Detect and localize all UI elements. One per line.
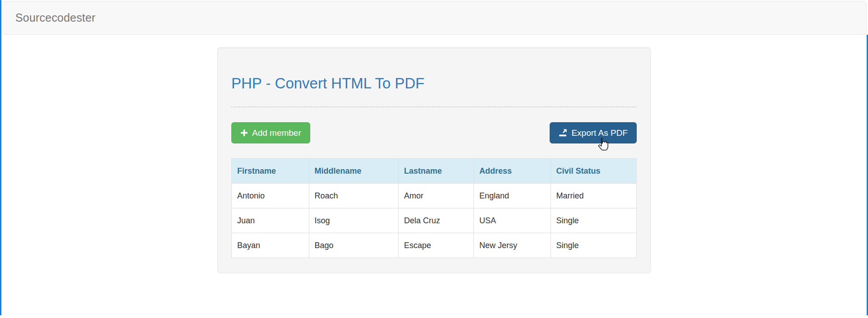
table-row: Juan Isog Dela Cruz USA Single bbox=[232, 208, 637, 233]
cell-firstname: Bayan bbox=[232, 233, 309, 258]
toolbar: Add member Export As PDF bbox=[231, 122, 637, 143]
navbar-brand[interactable]: Sourcecodester bbox=[3, 11, 96, 24]
column-header-middlename: Middlename bbox=[309, 158, 398, 183]
cell-lastname: Dela Cruz bbox=[398, 208, 473, 233]
cell-address: England bbox=[473, 183, 551, 208]
main-content: PHP - Convert HTML To PDF Add member bbox=[217, 47, 651, 273]
add-member-button[interactable]: Add member bbox=[231, 122, 310, 143]
cell-firstname: Juan bbox=[232, 208, 309, 233]
cell-lastname: Amor bbox=[398, 183, 473, 208]
cell-middlename: Isog bbox=[309, 208, 398, 233]
viewport-frame-left bbox=[0, 0, 1, 315]
table-header-row: Firstname Middlename Lastname Address Ci… bbox=[232, 158, 637, 183]
table-row: Antonio Roach Amor England Married bbox=[232, 183, 637, 208]
cell-address: USA bbox=[473, 208, 551, 233]
column-header-civil-status: Civil Status bbox=[551, 158, 636, 183]
cell-firstname: Antonio bbox=[232, 183, 309, 208]
cell-middlename: Roach bbox=[309, 183, 398, 208]
cell-address: New Jersy bbox=[473, 233, 551, 258]
panel: PHP - Convert HTML To PDF Add member bbox=[217, 47, 651, 273]
cell-civil-status: Married bbox=[551, 183, 636, 208]
page-title: PHP - Convert HTML To PDF bbox=[231, 75, 637, 92]
table-row: Bayan Bago Escape New Jersy Single bbox=[232, 233, 637, 258]
divider bbox=[231, 106, 637, 107]
add-member-label: Add member bbox=[252, 127, 301, 138]
column-header-firstname: Firstname bbox=[232, 158, 309, 183]
members-table: Firstname Middlename Lastname Address Ci… bbox=[231, 158, 637, 258]
plus-icon bbox=[240, 129, 248, 137]
cell-civil-status: Single bbox=[551, 208, 636, 233]
column-header-lastname: Lastname bbox=[398, 158, 473, 183]
column-header-address: Address bbox=[473, 158, 551, 183]
export-pdf-label: Export As PDF bbox=[571, 127, 628, 138]
export-pdf-button[interactable]: Export As PDF bbox=[550, 122, 637, 143]
export-icon bbox=[559, 129, 567, 137]
cell-lastname: Escape bbox=[398, 233, 473, 258]
cell-civil-status: Single bbox=[551, 233, 636, 258]
cell-middlename: Bago bbox=[309, 233, 398, 258]
navbar: Sourcecodester bbox=[2, 1, 867, 35]
